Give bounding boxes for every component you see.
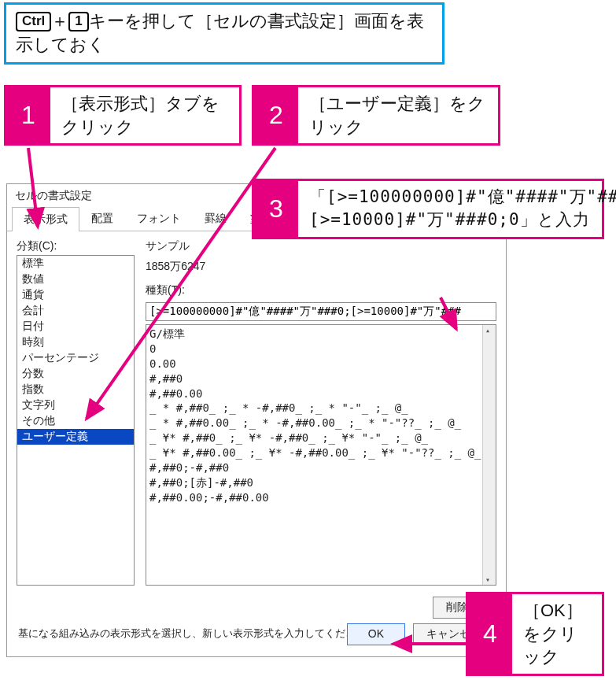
format-item[interactable]: #,##0 [149, 372, 183, 385]
format-list[interactable]: G/標準 0 0.00 #,##0 #,##0.00 _ * #,##0_ ;_… [146, 324, 496, 586]
list-item[interactable]: 時刻 [17, 334, 134, 350]
format-item[interactable]: #,##0.00 [149, 387, 202, 400]
format-item[interactable]: _ * #,##0.00_ ;_ * -#,##0.00_ ;_ * "-"??… [149, 416, 468, 429]
step-text: ［OK］をクリック [512, 594, 602, 674]
format-item[interactable]: #,##0.00;-#,##0.00 [149, 491, 269, 504]
list-item[interactable]: 分数 [17, 366, 134, 382]
list-item[interactable]: 指数 [17, 382, 134, 397]
format-item[interactable]: _ ¥* #,##0_ ;_ ¥* -#,##0_ ;_ ¥* "-"_ ;_ … [149, 431, 434, 444]
list-item[interactable]: 会計 [17, 303, 134, 319]
format-item[interactable]: _ * #,##0_ ;_ * -#,##0_ ;_ * "-"_ ;_ @_ [149, 401, 415, 414]
step-text: ［ユーザー定義］をクリック [298, 87, 498, 143]
format-item[interactable]: _ ¥* #,##0.00_ ;_ ¥* -#,##0.00_ ;_ ¥* "-… [149, 446, 488, 459]
step-number: 3 [254, 181, 298, 237]
step-callout-3: 3 「[>=100000000]#"億"####"万"###0;[>=10000… [252, 179, 604, 239]
ok-button[interactable]: OK [347, 623, 405, 645]
format-cells-dialog: セルの書式設定 表示形式 配置 フォント 罫線 塗りつぶし 分類(C): 標準 … [6, 183, 507, 657]
category-label: 分類(C): [17, 239, 135, 253]
instruction-box: Ctrl＋1キーを押して［セルの書式設定］画面を表示しておく [4, 2, 444, 65]
format-item[interactable]: 0.00 [149, 357, 176, 370]
sample-label: サンプル [146, 239, 496, 253]
tab-border[interactable]: 罫線 [193, 206, 238, 231]
sample-value: 1858万6247 [146, 258, 496, 280]
step-number: 1 [6, 87, 50, 143]
step-callout-4: 4 ［OK］をクリック [466, 592, 604, 676]
step-number: 2 [254, 87, 298, 143]
step-callout-2: 2 ［ユーザー定義］をクリック [252, 85, 500, 146]
key-ctrl: Ctrl [16, 12, 51, 31]
list-item[interactable]: 日付 [17, 319, 134, 334]
tab-alignment[interactable]: 配置 [79, 206, 125, 231]
list-item[interactable]: 標準 [17, 256, 134, 272]
step-text: 「[>=100000000]#"億"####"万"###0;[>=10000]#… [298, 181, 616, 237]
tab-number-format[interactable]: 表示形式 [12, 207, 79, 231]
tab-font[interactable]: フォント [125, 206, 193, 231]
plus-sign: ＋ [51, 11, 68, 31]
list-item[interactable]: その他 [17, 413, 134, 429]
step-text: ［表示形式］タブをクリック [50, 87, 239, 143]
format-item[interactable]: #,##0;-#,##0 [149, 461, 229, 474]
key-1: 1 [68, 12, 88, 31]
list-item[interactable]: 数値 [17, 272, 134, 287]
list-item[interactable]: パーセンテージ [17, 350, 134, 366]
list-item[interactable]: 通貨 [17, 287, 134, 303]
list-item[interactable]: 文字列 [17, 397, 134, 413]
step-number: 4 [468, 594, 512, 674]
step-callout-1: 1 ［表示形式］タブをクリック [4, 85, 242, 146]
format-item[interactable]: G/標準 [149, 327, 185, 340]
type-label: 種類(T): [146, 283, 496, 298]
type-input[interactable] [146, 302, 496, 321]
format-item[interactable]: 0 [149, 342, 156, 355]
category-listbox[interactable]: 標準 数値 通貨 会計 日付 時刻 パーセンテージ 分数 指数 文字列 その他 … [17, 255, 135, 586]
scrollbar[interactable] [482, 325, 496, 585]
list-item-user-defined[interactable]: ユーザー定義 [17, 429, 134, 445]
format-item[interactable]: #,##0;[赤]-#,##0 [149, 476, 253, 489]
